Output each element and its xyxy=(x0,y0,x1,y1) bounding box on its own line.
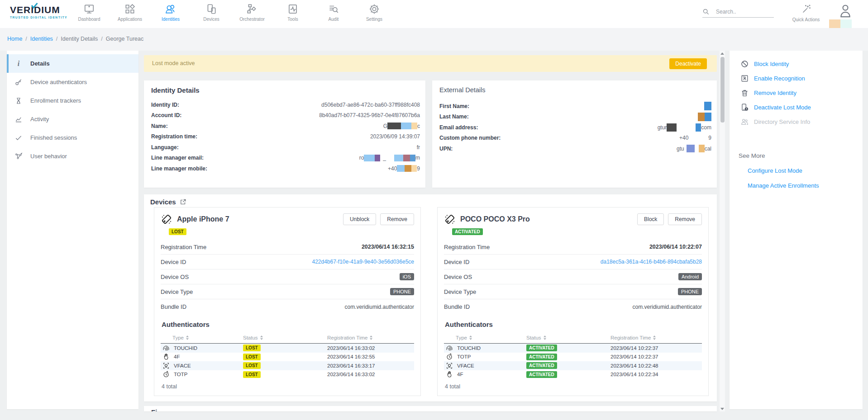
device-status-badge: ACTIVATED xyxy=(452,228,483,235)
column-header-registration-time[interactable]: Registration Time xyxy=(610,335,702,340)
line-manager-mobile-row: Line manager mobile: +409 xyxy=(151,163,420,174)
redaction-block xyxy=(687,145,695,152)
device-status-badge: LOST xyxy=(169,228,186,235)
device-registration-time-row: Registration Time 2023/06/14 10:22:07 xyxy=(444,240,702,255)
name-value-redacted: Gc xyxy=(383,123,420,129)
bundle-id-row: Bundle ID com.veridiumid.authenticator xyxy=(161,299,414,314)
device-registration-time-row: Registration Time 2023/06/14 16:32:15 xyxy=(161,240,414,255)
nav-item-devices[interactable]: Devices xyxy=(191,2,232,26)
nav-item-identities[interactable]: Identities xyxy=(150,2,191,26)
identity-sections-sidebar: i Details Device authenticators Enrollme… xyxy=(7,51,138,409)
status-badge: LOST xyxy=(243,362,261,369)
scrollbar-down-arrow[interactable] xyxy=(720,406,725,411)
breadcrumb-home[interactable]: Home xyxy=(7,36,22,42)
column-header-status[interactable]: Status xyxy=(243,335,327,340)
nav-item-audit[interactable]: Audit xyxy=(313,2,354,26)
line-manager-email-row: Line manager email: ro_m xyxy=(151,153,420,164)
enable-recognition-action[interactable]: Enable Recognition xyxy=(730,71,863,85)
devices-title: Devices xyxy=(150,198,176,206)
sidebar-item-finished-sessions[interactable]: Finished sessions xyxy=(7,128,138,147)
id-card-icon xyxy=(740,74,749,83)
deactivate-lost-mode-action[interactable]: Deactivate Lost Mode xyxy=(730,100,863,114)
sidebar-item-device-authenticators[interactable]: Device authenticators xyxy=(7,73,138,91)
remove-device-button[interactable]: Remove xyxy=(380,213,414,225)
status-badge: LOST xyxy=(243,371,261,378)
block-icon xyxy=(740,59,749,68)
redacted-text-fragment: gtur xyxy=(658,124,667,131)
remove-identity-action[interactable]: Remove Identity xyxy=(730,85,863,100)
block-identity-action[interactable]: Block Identity xyxy=(730,57,863,71)
device-os-row: Device OS Android xyxy=(444,269,702,284)
device-os-badge: iOS xyxy=(400,273,414,280)
device-id-link[interactable]: 422d4b67-f10e-41a9-9e40-3e56d036e5ce xyxy=(312,259,414,265)
brand-tagline: TRUSTED DIGITAL IDENTITY xyxy=(10,16,69,19)
breadcrumb-identities[interactable]: Identities xyxy=(30,36,53,42)
identity-id-row: Identity ID: d506ebd7-ae86-472c-ba60-37f… xyxy=(151,99,420,110)
breadcrumb-bar: Home/Identities/Identity Details/George … xyxy=(0,28,868,51)
info-icon: i xyxy=(14,59,23,68)
authenticator-row-totp: TOTP ACTIVATED 2023/06/14 10:22:37 xyxy=(444,353,702,362)
block-device-button[interactable]: Block xyxy=(637,213,664,225)
sidebar-item-details[interactable]: i Details xyxy=(7,54,138,73)
device-id-link[interactable]: da18ec5a-361a-4c16-b4b6-894cbafa5b28 xyxy=(601,259,702,265)
registration-time-value: 2023/06/09 14:39:07 xyxy=(370,133,420,140)
redaction-block xyxy=(411,165,417,172)
redacted-text-fragment: 9 xyxy=(417,165,420,172)
deactivate-lost-mode-button[interactable]: Deactivate xyxy=(669,58,707,69)
check-icon xyxy=(14,133,23,142)
column-header-type[interactable]: Type xyxy=(161,335,243,340)
veridium-logo[interactable]: VERIDIUM TRUSTED DIGITAL IDENTITY xyxy=(10,5,69,19)
sidebar-item-user-behavior[interactable]: User behavior xyxy=(7,147,138,165)
authenticator-row-totp: TOTP LOST 2023/06/14 16:33:02 xyxy=(161,370,414,379)
sort-icon xyxy=(186,335,189,340)
gear-icon xyxy=(368,3,380,15)
nav-item-dashboard[interactable]: Dashboard xyxy=(69,2,110,26)
configure-lost-mode-link[interactable]: Configure Lost Mode xyxy=(748,167,863,174)
remove-device-button[interactable]: Remove xyxy=(668,213,702,225)
fingerprint-icon xyxy=(446,344,453,352)
authenticator-row-touchid: TOUCHID LOST 2023/06/14 16:33:02 xyxy=(161,344,414,353)
nav-item-tools[interactable]: Tools xyxy=(272,2,313,26)
search-input[interactable] xyxy=(716,9,770,15)
directory-service-info-action: Directory Service Info xyxy=(730,114,863,129)
email-address-row: Email address: gturcom xyxy=(439,122,711,133)
nav-item-orchestrator[interactable]: Orchestrator xyxy=(232,2,272,26)
user-avatar-icon[interactable] xyxy=(839,4,852,18)
manage-active-enrollments-link[interactable]: Manage Active Enrollments xyxy=(748,182,863,189)
device-registration-time: 2023/06/14 10:22:07 xyxy=(649,244,702,250)
column-header-status[interactable]: Status xyxy=(526,335,610,340)
scrollbar-thumb[interactable] xyxy=(720,57,725,123)
last-name-row: Last Name: xyxy=(439,112,711,123)
sort-icon xyxy=(544,335,546,340)
activity-chart-icon xyxy=(14,115,23,124)
redaction-block xyxy=(375,155,380,161)
nav-item-settings[interactable]: Settings xyxy=(354,2,395,26)
scrollbar-up-arrow[interactable] xyxy=(720,51,725,56)
sidebar-item-enrollment-trackers[interactable]: Enrollment trackers xyxy=(7,91,138,110)
partial-section-title: Fi xyxy=(151,408,717,411)
breadcrumb-user: George Tureac xyxy=(106,36,143,42)
column-header-type[interactable]: Type xyxy=(444,335,526,340)
quick-actions-button[interactable]: Quick Actions xyxy=(791,4,821,22)
lost-mode-banner: Lost mode active Deactivate xyxy=(144,55,717,72)
status-badge: ACTIVATED xyxy=(526,362,557,369)
hand-icon xyxy=(162,353,170,360)
redaction-block xyxy=(405,165,411,172)
primary-nav: Dashboard Applications Identities Device… xyxy=(69,2,395,26)
column-header-registration-time[interactable]: Registration Time xyxy=(327,335,414,340)
authenticators-total: 4 total xyxy=(161,379,420,390)
sidebar-item-activity[interactable]: Activity xyxy=(7,110,138,128)
redaction-block xyxy=(364,155,375,161)
phone-clock-icon xyxy=(740,103,749,112)
unblock-device-button[interactable]: Unblock xyxy=(343,213,376,225)
authenticator-row-4f: 4F ACTIVATED 2023/06/14 10:22:34 xyxy=(444,370,702,379)
nav-item-applications[interactable]: Applications xyxy=(110,2,150,26)
device-os-row: Device OS iOS xyxy=(161,269,414,284)
fingerprint-icon xyxy=(162,344,170,352)
external-details-card: External Details First Name: Last Name: … xyxy=(432,80,717,188)
registration-time-row: Registration time: 2023/06/09 14:39:07 xyxy=(151,132,420,142)
username-redaction-blocks xyxy=(829,19,854,28)
authenticator-row-touchid: TOUCHID ACTIVATED 2023/06/14 10:22:37 xyxy=(444,344,702,353)
custom-phone-row: Custom phone number: +409 xyxy=(439,133,711,144)
open-in-new-icon[interactable] xyxy=(180,198,186,205)
